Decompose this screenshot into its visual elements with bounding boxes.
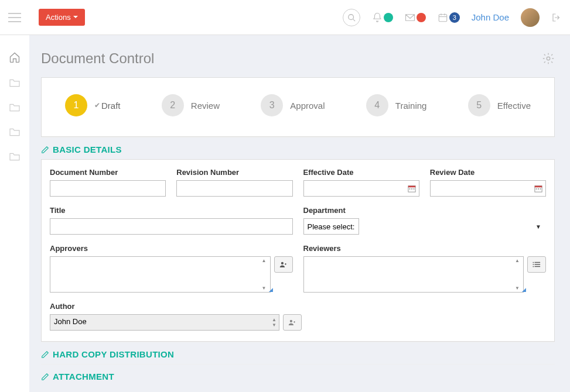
search-icon <box>347 13 356 22</box>
author-label: Author <box>50 302 302 311</box>
review-date-input[interactable] <box>430 180 546 197</box>
svg-point-0 <box>349 14 354 19</box>
step-review[interactable]: 2 Review <box>162 94 220 116</box>
step-effective[interactable]: 5 Effective <box>468 94 531 116</box>
svg-rect-15 <box>538 188 539 190</box>
section-hard-copy[interactable]: Hard Copy Distribution <box>41 342 555 364</box>
folder-icon[interactable] <box>9 152 21 161</box>
edit-icon <box>41 146 49 154</box>
review-date-label: Review Date <box>430 168 546 177</box>
folder-icon[interactable] <box>9 103 21 112</box>
avatar[interactable] <box>521 8 540 27</box>
logout-icon[interactable] <box>551 12 562 23</box>
check-icon: ✔ <box>94 101 100 109</box>
messages-indicator <box>417 13 426 22</box>
bell-icon <box>372 12 383 23</box>
step-training[interactable]: 4 Training <box>366 94 427 116</box>
svg-rect-13 <box>535 186 542 188</box>
calendar-picker-icon[interactable] <box>408 184 416 192</box>
svg-rect-10 <box>411 188 412 190</box>
step-number: 3 <box>261 94 283 116</box>
svg-rect-9 <box>409 188 410 190</box>
rev-number-input[interactable] <box>176 180 292 197</box>
section-basic-details[interactable]: Basic Details <box>41 137 555 159</box>
title-input[interactable] <box>50 218 293 235</box>
user-plus-icon <box>279 261 288 268</box>
step-label: Effective <box>497 101 531 111</box>
rev-number-label: Revision Number <box>176 168 292 177</box>
svg-point-21 <box>533 262 534 263</box>
svg-rect-16 <box>540 188 541 190</box>
svg-point-17 <box>281 262 283 264</box>
notifications-indicator <box>384 13 393 22</box>
department-label: Department <box>303 206 547 215</box>
step-draft[interactable]: 1 ✔Draft <box>65 94 121 116</box>
svg-rect-8 <box>408 186 415 188</box>
author-field[interactable]: John Doe ▲▼ <box>50 314 279 331</box>
calendar-icon <box>438 12 448 23</box>
step-label: Draft <box>101 101 121 111</box>
wizard-steps: 1 ✔Draft 2 Review 3 Approval 4 Training … <box>41 77 555 137</box>
user-name[interactable]: John Doe <box>472 12 509 22</box>
step-number: 1 <box>65 94 87 116</box>
page-title: Document Control <box>41 50 154 67</box>
svg-rect-2 <box>439 14 447 21</box>
edit-icon <box>41 350 49 359</box>
approvers-list[interactable]: ▲▼ ◢ <box>50 256 271 293</box>
gear-icon[interactable] <box>542 52 555 65</box>
step-number: 2 <box>162 94 184 116</box>
search-button[interactable] <box>343 9 360 26</box>
envelope-icon <box>405 13 415 22</box>
messages-button[interactable] <box>405 13 426 22</box>
calendar-button[interactable]: 3 <box>438 12 460 23</box>
notifications-button[interactable] <box>372 12 393 23</box>
reviewers-label: Reviewers <box>303 244 547 253</box>
section-attachment[interactable]: Attachment <box>41 364 555 386</box>
title-label: Title <box>50 206 293 215</box>
svg-point-23 <box>533 266 534 267</box>
svg-line-1 <box>353 19 355 21</box>
select-reviewers-button[interactable] <box>527 256 546 273</box>
menu-toggle[interactable] <box>8 13 21 22</box>
chevron-down-icon <box>73 16 78 19</box>
step-label: Review <box>191 101 220 111</box>
step-number: 5 <box>468 94 490 116</box>
add-approver-button[interactable] <box>274 256 293 273</box>
step-label: Approval <box>290 101 325 111</box>
reviewers-list[interactable]: ▲▼ ◢ <box>303 256 524 293</box>
actions-button-label: Actions <box>46 13 71 22</box>
effective-date-input[interactable] <box>303 180 419 197</box>
add-author-button[interactable] <box>283 314 302 331</box>
actions-button[interactable]: Actions <box>39 9 85 26</box>
calendar-picker-icon[interactable] <box>534 184 542 192</box>
department-select[interactable]: Please select: <box>303 218 359 235</box>
svg-rect-11 <box>413 188 414 190</box>
home-icon[interactable] <box>9 51 21 63</box>
svg-point-24 <box>290 320 292 322</box>
calendar-badge: 3 <box>449 12 460 23</box>
svg-point-22 <box>533 264 534 265</box>
user-plus-icon <box>288 319 296 326</box>
list-icon <box>533 261 541 268</box>
author-value: John Doe <box>54 317 87 326</box>
step-approval[interactable]: 3 Approval <box>261 94 325 116</box>
doc-number-input[interactable] <box>50 180 166 197</box>
folder-icon[interactable] <box>9 78 21 88</box>
folder-icon[interactable] <box>9 128 21 137</box>
doc-number-label: Document Number <box>50 168 166 177</box>
approvers-label: Approvers <box>50 244 293 253</box>
step-label: Training <box>395 101 427 111</box>
step-number: 4 <box>366 94 388 116</box>
svg-point-6 <box>547 57 550 60</box>
edit-icon <box>41 373 49 381</box>
svg-rect-14 <box>536 188 537 190</box>
chevron-down-icon: ▼ <box>535 223 541 230</box>
effective-date-label: Effective Date <box>303 168 419 177</box>
